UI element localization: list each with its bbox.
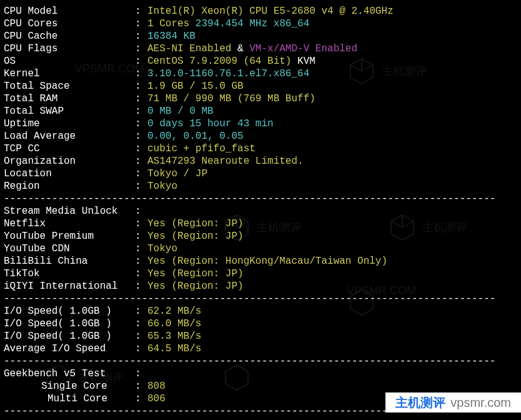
colon: : — [135, 118, 147, 130]
value-part: Intel(R) Xeon(R) CPU E5-2680 v4 @ 2.40GH… — [147, 6, 394, 17]
spec-value: CentOS 7.9.2009 (64 Bit) KVM — [147, 55, 315, 68]
colon: : — [135, 18, 147, 30]
divider: ----------------------------------------… — [4, 192, 517, 205]
divider: ----------------------------------------… — [4, 355, 517, 368]
spec-line: Multi Core: 806 — [4, 392, 517, 405]
colon: : — [135, 168, 147, 180]
spec-value: 62.2 MB/s — [147, 305, 201, 318]
spec-label: Single Core — [4, 380, 135, 392]
spec-line: Single Core: 808 — [4, 380, 517, 392]
spec-value: 16384 KB — [147, 30, 196, 42]
value-part: KVM — [291, 56, 315, 67]
spec-value: Tokyo — [147, 180, 177, 192]
spec-label: Kernel — [4, 68, 135, 80]
value-part: 0 MB / 0 MB — [147, 106, 214, 117]
spec-label: Total Space — [4, 80, 135, 92]
colon: : — [135, 30, 147, 42]
spec-line: CPU Cores: 1 Cores 2394.454 MHz x86_64 — [4, 18, 517, 30]
spec-value: AS147293 Nearoute Limited. — [147, 155, 304, 168]
spec-line: I/O Speed( 1.0GB ): 66.0 MB/s — [4, 318, 517, 330]
value-part: & — [231, 43, 249, 54]
spec-value: 0 days 15 hour 43 min — [147, 118, 274, 130]
geekbench-header: Geekbench v5 Test — [4, 368, 135, 380]
spec-line: Region: Tokyo — [4, 180, 517, 192]
spec-line: CPU Model: Intel(R) Xeon(R) CPU E5-2680 … — [4, 5, 517, 18]
spec-value: 65.3 MB/s — [147, 330, 201, 342]
colon: : — [135, 130, 147, 142]
spec-label: Region — [4, 180, 135, 192]
colon: : — [135, 230, 147, 242]
spec-value: Yes (Region: JP) — [147, 230, 244, 242]
colon: : — [135, 5, 147, 18]
spec-line: I/O Speed( 1.0GB ): 65.3 MB/s — [4, 330, 517, 342]
spec-value: Yes (Region: JP) — [147, 268, 244, 280]
colon: : — [135, 105, 147, 118]
stream-media-header-line: Stream Media Unlock : — [4, 205, 517, 218]
spec-label: CPU Model — [4, 5, 135, 18]
spec-line: Load Average: 0.00, 0.01, 0.05 — [4, 130, 517, 142]
colon: : — [135, 368, 147, 380]
value-part: 64.5 MB/s — [147, 343, 201, 354]
value-part: Tokyo — [147, 243, 177, 254]
spec-label: Multi Core — [4, 392, 135, 405]
colon: : — [135, 255, 147, 268]
value-part: 1.9 GB / 15.0 GB — [147, 81, 244, 92]
value-part: Yes (Region: HongKong/Macau/Taiwan Only) — [147, 256, 387, 267]
spec-value: 0 MB / 0 MB — [147, 105, 214, 118]
spec-label: Average I/O Speed — [4, 342, 135, 355]
value-part: Yes (Region: JP) — [147, 218, 244, 229]
value-part: Tokyo / JP — [147, 168, 207, 179]
value-part: AS147293 Nearoute Limited. — [147, 156, 304, 167]
spec-label: TikTok — [4, 268, 135, 280]
colon: : — [135, 68, 147, 80]
spec-value: 71 MB / 990 MB (769 MB Buff) — [147, 92, 315, 105]
spec-label: I/O Speed( 1.0GB ) — [4, 318, 135, 330]
spec-value: 64.5 MB/s — [147, 342, 201, 355]
spec-label: Location — [4, 168, 135, 180]
spec-label: Organization — [4, 155, 135, 168]
divider: ----------------------------------------… — [4, 405, 517, 418]
stream-media-section: Netflix: Yes (Region: JP)YouTube Premium… — [4, 218, 517, 292]
spec-value: cubic + pfifo_fast — [147, 142, 256, 155]
value-part: VM-x/AMD-V Enabled — [249, 43, 357, 54]
colon: : — [135, 318, 147, 330]
spec-line: BiliBili China: Yes (Region: HongKong/Ma… — [4, 255, 517, 268]
spec-label: TCP CC — [4, 142, 135, 155]
spec-line: Total Space: 1.9 GB / 15.0 GB — [4, 80, 517, 92]
value-part: 808 — [147, 381, 166, 392]
spec-label: YouTube Premium — [4, 230, 135, 242]
value-part: CentOS 7.9.2009 (64 Bit) — [147, 56, 291, 67]
value-part: 2394.454 MHz x86_64 — [189, 18, 309, 29]
colon: : — [135, 330, 147, 342]
spec-line: TCP CC: cubic + pfifo_fast — [4, 142, 517, 155]
spec-value: 1 Cores 2394.454 MHz x86_64 — [147, 18, 309, 30]
spec-label: CPU Cache — [4, 30, 135, 42]
divider: ----------------------------------------… — [4, 292, 517, 305]
spec-line: Average I/O Speed: 64.5 MB/s — [4, 342, 517, 355]
value-part: 1 Cores — [147, 18, 189, 29]
spec-line: TikTok: Yes (Region: JP) — [4, 268, 517, 280]
colon: : — [135, 155, 147, 168]
spec-label: I/O Speed( 1.0GB ) — [4, 305, 135, 318]
spec-label: Total SWAP — [4, 105, 135, 118]
stream-media-header: Stream Media Unlock — [4, 205, 135, 218]
spec-value: Intel(R) Xeon(R) CPU E5-2680 v4 @ 2.40GH… — [147, 5, 394, 18]
value-part: 806 — [147, 393, 166, 404]
value-part: Yes (Region: JP) — [147, 268, 244, 279]
colon: : — [135, 180, 147, 192]
colon: : — [135, 268, 147, 280]
colon: : — [135, 342, 147, 355]
spec-label: BiliBili China — [4, 255, 135, 268]
colon: : — [135, 280, 147, 292]
value-part: 0.00, 0.01, 0.05 — [147, 131, 244, 142]
spec-label: CPU Cores — [4, 18, 135, 30]
colon: : — [135, 142, 147, 155]
spec-label: Netflix — [4, 218, 135, 230]
value-part: Tokyo — [147, 181, 177, 192]
spec-value: 806 — [147, 392, 166, 405]
spec-line: CPU Flags: AES-NI Enabled & VM-x/AMD-V E… — [4, 42, 517, 55]
colon: : — [135, 205, 147, 218]
colon: : — [135, 392, 147, 405]
spec-label: iQIYI International — [4, 280, 135, 292]
colon: : — [135, 55, 147, 68]
